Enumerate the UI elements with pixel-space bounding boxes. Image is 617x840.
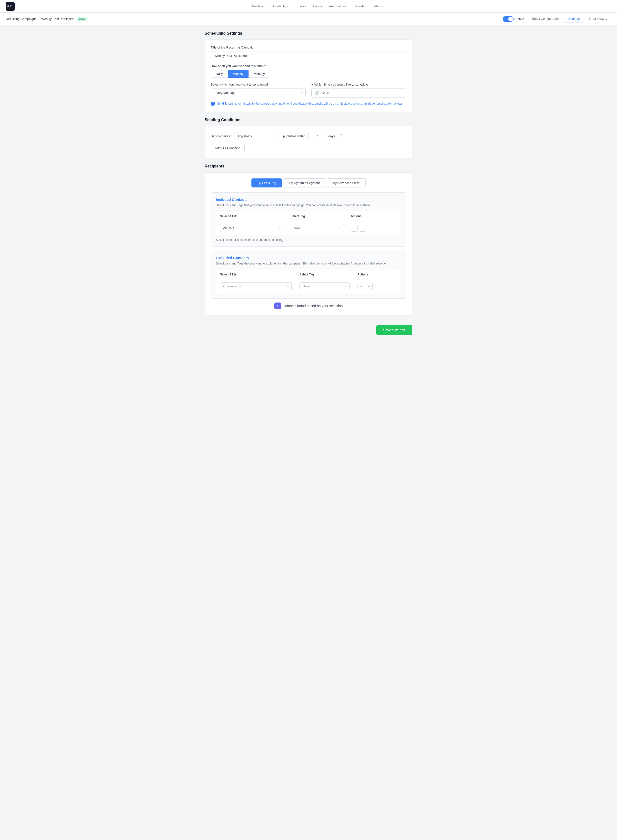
recipient-tab-bar: By List & Tag By Dynamic Segment By Adva… xyxy=(211,178,406,187)
main-content: Scheduling Settings Title of the Recurri… xyxy=(199,25,418,343)
excluded-add-row-button[interactable]: + xyxy=(357,283,365,290)
excluded-list-select-wrap: Choose a List ▾ xyxy=(220,282,292,290)
sending-card: Send emails if Blog Posts WooCommerce Pr… xyxy=(205,126,412,158)
freq-label: How often you want to send this email? xyxy=(211,64,406,68)
time-label: X Which time you would like to schedule xyxy=(311,83,406,86)
excluded-contacts-section: Excluded Contacts Select Lists and Tags … xyxy=(211,251,406,299)
day-select[interactable]: Every Monday Every Tuesday Every Wednesd… xyxy=(211,88,306,97)
emails-chevron-icon: ▾ xyxy=(305,5,306,7)
days-label: days xyxy=(328,134,335,138)
excluded-table: Select A List Select Tag Actions Choose … xyxy=(216,270,401,293)
count-text: contacts found based on your selection xyxy=(283,304,343,308)
logo-text: ✦ xyxy=(6,4,9,9)
campaign-title-label: Title of the Recurring Campaign xyxy=(211,46,406,49)
excluded-description: Select Lists and Tags that you want to e… xyxy=(216,261,401,266)
freq-daily-button[interactable]: Daily xyxy=(211,70,228,78)
included-tag-cell: AAA ▾ xyxy=(287,221,347,235)
included-tag-select-wrap: AAA ▾ xyxy=(291,224,343,232)
add-row-button[interactable]: + xyxy=(351,225,357,231)
recipients-card: By List & Tag By Dynamic Segment By Adva… xyxy=(205,172,412,315)
header-actions: Active Email Configuration Settings Emai… xyxy=(503,15,611,22)
trash-icon xyxy=(339,133,343,138)
included-list-cell: All Lists ▾ xyxy=(216,221,287,235)
day-label: Select which day you want to send email xyxy=(211,83,306,86)
table-row: Choose a List ▾ Select xyxy=(216,279,401,293)
breadcrumb-current: Weekly Post Published xyxy=(41,17,74,21)
time-col: X Which time you would like to schedule … xyxy=(311,83,406,97)
tab-by-list-tag[interactable]: By List & Tag xyxy=(251,178,282,187)
included-list-select-wrap: All Lists ▾ xyxy=(220,224,283,232)
tab-email-configuration[interactable]: Email Configuration xyxy=(528,15,563,22)
pro-badge: Pro xyxy=(10,5,14,7)
campaign-title-input[interactable] xyxy=(211,51,406,60)
excluded-remove-row-button[interactable]: − xyxy=(366,283,373,290)
excluded-list-select[interactable]: Choose a List xyxy=(220,282,292,290)
toggle-knob xyxy=(508,16,513,21)
delete-condition-button[interactable] xyxy=(338,133,344,140)
app-logo: ✦ Pro xyxy=(6,2,15,11)
included-table: Select A List Select Tag Actions All Lis… xyxy=(216,211,401,235)
table-row: All Lists ▾ AAA ▾ xyxy=(216,221,401,235)
auto-send-row: ✓ Send Emails automatically to the selec… xyxy=(211,102,406,106)
nav-dashboard[interactable]: Dashboard xyxy=(251,4,266,8)
publishes-within-label: publishes within xyxy=(283,134,306,138)
excluded-tag-col-header: Select Tag xyxy=(295,270,353,279)
excluded-actions-cell: + − xyxy=(354,279,401,293)
nav-reports[interactable]: Reports xyxy=(353,4,365,8)
top-navigation: ✦ Pro Dashboard Contacts▾ Emails▾ Forms … xyxy=(0,0,617,13)
excluded-actions-col-header: Actions xyxy=(354,270,401,279)
time-input[interactable] xyxy=(321,91,336,95)
breadcrumb-bar: Recurring Campaigns / Weekly Post Publis… xyxy=(0,13,617,25)
excluded-tag-cell: Select ▾ xyxy=(295,279,353,293)
clock-icon: 🕐 xyxy=(315,91,319,95)
condition-type-select[interactable]: Blog Posts WooCommerce Products xyxy=(234,132,280,140)
nav-forms[interactable]: Forms xyxy=(313,4,322,8)
included-hint: Select List or all subscribers first and… xyxy=(216,238,401,242)
scheduling-card: Title of the Recurring Campaign How ofte… xyxy=(205,40,412,112)
tab-settings[interactable]: Settings xyxy=(564,15,584,22)
included-actions-cell: + − xyxy=(347,221,401,235)
header-tab-links: Email Configuration Settings Email Histo… xyxy=(528,15,611,22)
contact-count-row: 1 contacts found based on your selection xyxy=(211,302,406,309)
nav-automations[interactable]: Automations xyxy=(329,4,347,8)
tab-email-history[interactable]: Email History xyxy=(585,15,611,22)
breadcrumb-parent[interactable]: Recurring Campaigns xyxy=(6,17,37,21)
active-label: Active xyxy=(515,17,524,21)
status-badge: active xyxy=(77,17,87,21)
remove-row-button[interactable]: − xyxy=(359,225,366,231)
recipients-title: Recipients xyxy=(205,164,412,168)
tab-by-dynamic-segment[interactable]: By Dynamic Segment xyxy=(283,178,326,187)
add-or-condition-button[interactable]: Add OR Condition xyxy=(211,144,245,152)
svg-rect-0 xyxy=(340,135,342,137)
active-toggle[interactable] xyxy=(503,16,514,22)
send-if-label: Send emails if xyxy=(211,134,231,138)
included-tag-col-header: Select Tag xyxy=(287,212,347,221)
day-col: Select which day you want to send email … xyxy=(211,83,306,97)
frequency-buttons: Daily Weekly Monthly xyxy=(211,70,406,78)
freq-monthly-button[interactable]: Monthly xyxy=(248,70,270,78)
freq-weekly-button[interactable]: Weekly xyxy=(228,70,248,78)
excluded-list-cell: Choose a List ▾ xyxy=(216,279,296,293)
active-toggle-wrap: Active xyxy=(503,16,524,22)
included-tag-select[interactable]: AAA xyxy=(291,224,343,232)
day-select-wrap: Every Monday Every Tuesday Every Wednesd… xyxy=(211,88,306,97)
breadcrumb-separator: / xyxy=(38,17,40,21)
nav-emails[interactable]: Emails▾ xyxy=(295,4,306,8)
included-list-select[interactable]: All Lists xyxy=(220,224,283,232)
save-settings-button[interactable]: Save Settings xyxy=(376,325,412,335)
excluded-tag-select[interactable]: Select xyxy=(300,282,350,290)
included-description: Select Lists and Tags that you want to s… xyxy=(216,203,401,208)
auto-send-checkbox[interactable]: ✓ xyxy=(211,102,215,106)
tab-by-advanced-filter[interactable]: By Advanced Filter xyxy=(327,178,365,187)
excluded-action-buttons: + − xyxy=(357,283,397,290)
nav-settings[interactable]: Settings xyxy=(371,4,383,8)
day-time-row: Select which day you want to send email … xyxy=(211,83,406,97)
save-bar: Save Settings xyxy=(205,321,412,337)
days-input[interactable] xyxy=(308,132,325,140)
recipients-section: Recipients By List & Tag By Dynamic Segm… xyxy=(205,164,412,315)
included-actions-col-header: Actions xyxy=(347,212,401,221)
checkmark-icon: ✓ xyxy=(212,102,214,105)
breadcrumb: Recurring Campaigns / Weekly Post Publis… xyxy=(6,17,87,21)
nav-contacts[interactable]: Contacts▾ xyxy=(273,4,288,8)
scheduling-title: Scheduling Settings xyxy=(205,31,412,35)
